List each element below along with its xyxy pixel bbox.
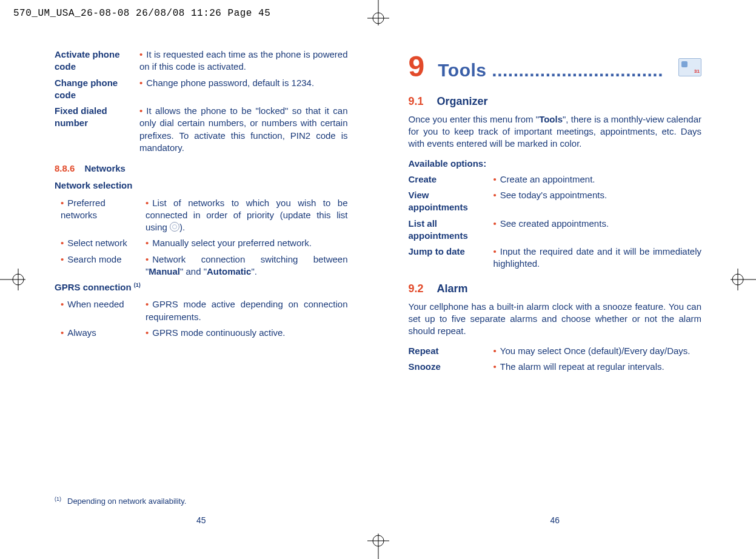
bullet-icon: • <box>146 299 149 309</box>
available-options-heading: Available options: <box>409 158 702 170</box>
option-jump-to-date: Jump to date •Input the required date an… <box>409 246 702 270</box>
term-desc: •It is requested each time as the phone … <box>133 49 348 73</box>
prepress-spread: 570_UM_USA_26-08-08 26/08/08 11:26 Page … <box>0 0 756 559</box>
bullet-icon: • <box>493 190 497 200</box>
term-desc: •Manually select your preferred network. <box>139 237 348 249</box>
term-label: List all appointments <box>409 218 487 243</box>
crop-mark-bottom <box>366 529 390 559</box>
ok-key-icon <box>170 222 179 232</box>
term-desc: •It allows the phone to be "locked" so t… <box>133 105 348 154</box>
term-label: Jump to date <box>409 246 487 270</box>
option-list-all-appointments: List all appointments •See created appoi… <box>409 218 702 243</box>
footnote-text: Depending on network availability. <box>67 497 186 506</box>
bullet-icon: • <box>146 254 149 264</box>
alarm-paragraph: Your cellphone has a built-in alarm cloc… <box>409 301 702 338</box>
bullet-icon: • <box>61 299 64 309</box>
prepress-slug: 570_UM_USA_26-08-08 26/08/08 11:26 Page … <box>13 7 270 21</box>
item-search-mode: •Search mode •Network connection switchi… <box>55 253 348 278</box>
term-desc: •Change phone password, default is 1234. <box>133 77 348 102</box>
section-number: 9.1 <box>409 95 424 107</box>
option-repeat: Repeat •You may select Once (default)/Ev… <box>409 345 702 357</box>
term-label: Fixed dialed number <box>55 105 133 154</box>
section-title: Networks <box>84 163 125 173</box>
bullet-icon: • <box>493 174 497 184</box>
section-title: Organizer <box>437 95 488 107</box>
section-organizer: 9.1Organizer <box>409 94 702 109</box>
bullet-icon: • <box>493 361 497 372</box>
term-desc: •GPRS mode active depending on connectio… <box>139 298 348 323</box>
bullet-icon: • <box>139 105 142 116</box>
chapter-heading: 9 Tools ................................ <box>409 52 702 83</box>
bullet-icon: • <box>61 198 64 208</box>
term-label: •Preferred networks <box>55 197 139 234</box>
option-create: Create •Create an appointment. <box>409 173 702 186</box>
page-number: 45 <box>55 515 348 526</box>
term-desc: •See created appointments. <box>487 218 702 243</box>
section-title: Alarm <box>437 283 468 295</box>
term-label: •Search mode <box>55 253 139 278</box>
item-gprs-always: •Always •GPRS mode continuously active. <box>55 327 348 339</box>
bullet-icon: • <box>146 327 149 338</box>
page-number: 46 <box>409 515 702 526</box>
subheading-network-selection: Network selection <box>55 179 348 192</box>
item-preferred-networks: •Preferred networks •List of networks to… <box>55 197 348 234</box>
section-number: 8.8.6 <box>55 163 75 173</box>
bullet-icon: • <box>146 238 149 248</box>
footnote: (1)Depending on network availability. <box>55 495 186 507</box>
term-desc: •See today's appointments. <box>487 189 702 214</box>
term-desc: •You may select Once (default)/Every day… <box>487 345 702 357</box>
term-desc: •List of networks to which you wish to b… <box>139 197 348 234</box>
crop-mark-top <box>366 0 390 30</box>
term-label: Create <box>409 173 487 186</box>
chapter-number: 9 <box>409 52 425 81</box>
term-label: •Select network <box>55 237 139 249</box>
bullet-icon: • <box>139 49 142 59</box>
term-desc: •The alarm will repeat at regular interv… <box>487 361 702 373</box>
item-fixed-dialed-number: Fixed dialed number •It allows the phone… <box>55 105 348 154</box>
term-desc: •GPRS mode continuously active. <box>139 327 348 339</box>
item-select-network: •Select network •Manually select your pr… <box>55 237 348 249</box>
term-desc: •Input the required date and it will be … <box>487 246 702 270</box>
calendar-icon <box>678 58 701 76</box>
bullet-icon: • <box>61 254 64 264</box>
subheading-gprs-connection: GPRS connection (1) <box>55 281 348 293</box>
term-label: Repeat <box>409 345 487 357</box>
page-45: Activate phone code •It is requested eac… <box>55 49 348 529</box>
option-snooze: Snooze •The alarm will repeat at regular… <box>409 361 702 373</box>
bullet-icon: • <box>139 78 142 88</box>
organizer-paragraph: Once you enter this menu from "Tools", t… <box>409 113 702 150</box>
footnote-ref: (1) <box>134 282 141 288</box>
chapter-title: Tools ................................ <box>438 58 674 83</box>
bullet-icon: • <box>61 327 64 338</box>
item-change-phone-code: Change phone code •Change phone password… <box>55 77 348 102</box>
bullet-icon: • <box>146 198 149 208</box>
bullet-icon: • <box>493 346 497 356</box>
item-activate-phone-code: Activate phone code •It is requested eac… <box>55 49 348 73</box>
term-label: •Always <box>55 327 139 339</box>
item-gprs-when-needed: •When needed •GPRS mode active depending… <box>55 298 348 323</box>
crop-mark-right <box>726 267 756 292</box>
crop-mark-left <box>0 267 30 292</box>
term-label: View appointments <box>409 189 487 214</box>
term-desc: •Create an appointment. <box>487 173 702 186</box>
term-label: Snooze <box>409 361 487 373</box>
term-label: Activate phone code <box>55 49 133 73</box>
section-alarm: 9.2Alarm <box>409 281 702 296</box>
bullet-icon: • <box>493 218 497 229</box>
term-desc: •Network connection switching between "M… <box>139 253 348 278</box>
term-label: Change phone code <box>55 77 133 102</box>
term-label: •When needed <box>55 298 139 323</box>
option-view-appointments: View appointments •See today's appointme… <box>409 189 702 214</box>
bullet-icon: • <box>61 238 64 248</box>
section-networks: 8.8.6Networks <box>55 162 348 175</box>
bullet-icon: • <box>493 246 497 256</box>
footnote-marker: (1) <box>55 496 61 502</box>
page-46: 9 Tools ................................… <box>409 49 702 529</box>
section-number: 9.2 <box>409 283 424 295</box>
